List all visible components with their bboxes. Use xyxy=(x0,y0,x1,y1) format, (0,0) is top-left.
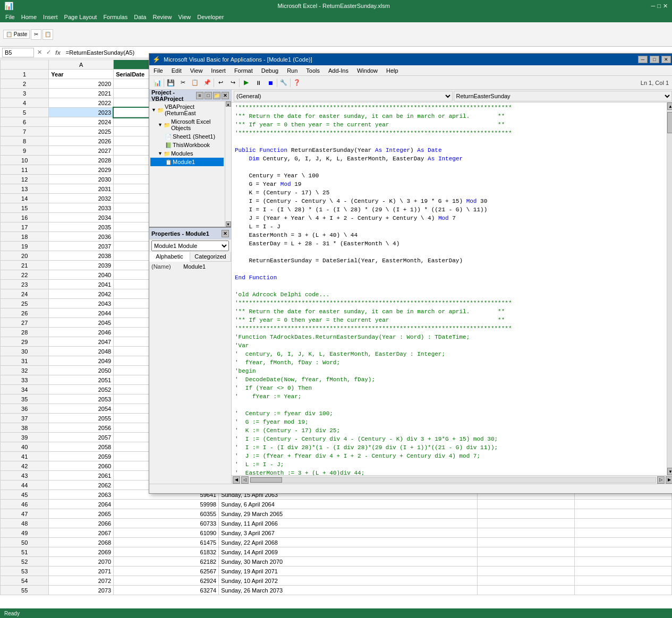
cell-year-47[interactable]: 2066 xyxy=(49,519,114,528)
cell-year-45[interactable]: 2064 xyxy=(49,500,114,509)
cell-year-14[interactable]: 2033 xyxy=(49,203,114,213)
vba-menu-run[interactable]: Run xyxy=(283,66,302,75)
vba-toolbar-cut[interactable]: ✂ xyxy=(177,78,189,88)
vba-menu-debug[interactable]: Debug xyxy=(257,66,283,75)
cell-serialdate-45[interactable]: 59998 xyxy=(114,500,219,509)
cell-year-37[interactable]: 2056 xyxy=(49,423,114,433)
cell-year-54[interactable]: 2073 xyxy=(49,586,114,595)
vba-project-vscroll[interactable]: ▲ ▼ xyxy=(225,101,231,227)
cell-year-50[interactable]: 2069 xyxy=(49,547,114,557)
vba-hscroll-right-btn[interactable]: ▶ xyxy=(666,476,672,484)
cell-date-52[interactable]: Sunday, 19 April 2071 xyxy=(219,566,478,576)
formula-cancel-btn[interactable]: ✕ xyxy=(36,49,43,56)
excel-maximize-btn[interactable]: □ xyxy=(657,3,661,9)
vba-menu-addins[interactable]: Add-Ins xyxy=(324,66,353,75)
cell-year-12[interactable]: 2031 xyxy=(49,184,114,194)
vba-props-tab-categorized[interactable]: Categorized xyxy=(190,252,231,261)
menu-page-layout[interactable]: Page Layout xyxy=(61,13,100,21)
vba-toolbar-copy[interactable]: 📋 xyxy=(189,78,201,88)
vba-toolbar-icon1[interactable]: 📊 xyxy=(151,78,163,88)
vba-hscroll-left2-btn[interactable]: ◁ xyxy=(241,476,249,484)
cell-year-7[interactable]: 2026 xyxy=(49,136,114,146)
vba-scroll-thumb[interactable] xyxy=(667,112,672,133)
cell-serialdate-48[interactable]: 61090 xyxy=(114,528,219,538)
vba-menu-insert[interactable]: Insert xyxy=(207,66,230,75)
menu-developer[interactable]: Developer xyxy=(194,13,227,21)
cell-year-13[interactable]: 2032 xyxy=(49,194,114,203)
vba-general-dropdown[interactable]: (General) xyxy=(234,91,453,101)
cell-date-50[interactable]: Sunday, 14 April 2069 xyxy=(219,547,478,557)
vba-toolbar-design[interactable]: 🔧 xyxy=(278,78,290,88)
cell-year-34[interactable]: 2053 xyxy=(49,394,114,404)
cell-year-48[interactable]: 2067 xyxy=(49,528,114,538)
excel-close-btn[interactable]: ✕ xyxy=(663,3,668,10)
cell-year-25[interactable]: 2044 xyxy=(49,308,114,318)
cell-year-5[interactable]: 2024 xyxy=(49,117,114,127)
vba-toolbar-redo[interactable]: ↪ xyxy=(227,78,239,88)
cell-year-9[interactable]: 2028 xyxy=(49,156,114,165)
cell-date-47[interactable]: Sunday, 11 April 2066 xyxy=(219,519,478,528)
paste-btn[interactable]: 📋 Paste xyxy=(3,30,30,39)
cell-year-17[interactable]: 2036 xyxy=(49,232,114,242)
cell-year-29[interactable]: 2048 xyxy=(49,347,114,356)
tree-item-sheet1[interactable]: 📄 Sheet1 (Sheet1) xyxy=(150,132,224,141)
tree-item-excel-objects[interactable]: ▼ 📁 Microsoft Excel Objects xyxy=(150,117,224,132)
cell-date-53[interactable]: Sunday, 10 April 2072 xyxy=(219,576,478,586)
cell-year-40[interactable]: 2059 xyxy=(49,452,114,461)
cell-serialdate-54[interactable]: 63274 xyxy=(114,586,219,595)
cell-year-26[interactable]: 2045 xyxy=(49,318,114,328)
vba-toolbar-undo[interactable]: ↩ xyxy=(215,78,226,88)
cell-year-28[interactable]: 2047 xyxy=(49,337,114,347)
cell-year-8[interactable]: 2027 xyxy=(49,146,114,156)
cell-serialdate-49[interactable]: 61475 xyxy=(114,538,219,547)
vba-menu-window[interactable]: Window xyxy=(353,66,382,75)
vba-menu-view[interactable]: View xyxy=(186,66,207,75)
cell-year-33[interactable]: 2052 xyxy=(49,385,114,394)
cell-year-44[interactable]: 2063 xyxy=(49,490,114,500)
menu-formulas[interactable]: Formulas xyxy=(100,13,131,21)
formula-confirm-btn[interactable]: ✓ xyxy=(45,49,52,56)
vba-project-scroll-down[interactable]: ▼ xyxy=(226,221,231,227)
menu-view[interactable]: View xyxy=(175,13,194,21)
vba-hscroll-thumb[interactable] xyxy=(250,477,282,483)
vba-toolbar-help[interactable]: ❓ xyxy=(291,78,303,88)
vba-restore-btn[interactable]: □ xyxy=(650,56,659,63)
vba-hscroll-left-btn[interactable]: ◀ xyxy=(233,476,240,484)
cut-btn[interactable]: ✂ xyxy=(31,29,41,40)
cell-year-23[interactable]: 2042 xyxy=(49,289,114,299)
cell-year-27[interactable]: 2046 xyxy=(49,328,114,337)
vba-scroll-down-btn[interactable]: ▼ xyxy=(667,468,672,475)
cell-year-10[interactable]: 2029 xyxy=(49,165,114,175)
menu-file[interactable]: File xyxy=(2,13,18,21)
cell-serialdate-47[interactable]: 60733 xyxy=(114,519,219,528)
cell-serialdate-51[interactable]: 62182 xyxy=(114,557,219,566)
vba-scroll-up-btn[interactable]: ▲ xyxy=(667,102,672,110)
cell-year-43[interactable]: 2062 xyxy=(49,480,114,490)
vba-props-tab-alphabetic[interactable]: Alphabetic xyxy=(149,252,190,262)
menu-review[interactable]: Review xyxy=(149,13,175,21)
vba-project-toggle-folders-btn[interactable]: 📁 xyxy=(213,92,220,99)
tree-item-module1[interactable]: 📋 Module1 xyxy=(150,158,224,166)
formula-insert-fn-btn[interactable]: fx xyxy=(54,49,62,56)
vba-minimize-btn[interactable]: ─ xyxy=(638,56,648,63)
cell-year-19[interactable]: 2038 xyxy=(49,251,114,261)
cell-year-20[interactable]: 2039 xyxy=(49,261,114,270)
menu-data[interactable]: Data xyxy=(131,13,149,21)
cell-year-6[interactable]: 2025 xyxy=(49,127,114,136)
cell-date-51[interactable]: Sunday, 30 March 2070 xyxy=(219,557,478,566)
vba-project-view-code-btn[interactable]: ≡ xyxy=(196,92,203,99)
cell-year-38[interactable]: 2057 xyxy=(49,433,114,442)
cell-year-2[interactable]: 2021 xyxy=(49,89,114,98)
vba-menu-tools[interactable]: Tools xyxy=(302,66,324,75)
cell-date-45[interactable]: Sunday, 6 April 2064 xyxy=(219,500,478,509)
cell-year-41[interactable]: 2060 xyxy=(49,461,114,471)
cell-year-30[interactable]: 2049 xyxy=(49,356,114,366)
cell-year-39[interactable]: 2058 xyxy=(49,442,114,452)
cell-year-1[interactable]: 2020 xyxy=(49,79,114,89)
cell-year-21[interactable]: 2040 xyxy=(49,270,114,280)
cell-year-52[interactable]: 2071 xyxy=(49,566,114,576)
cell-year-53[interactable]: 2072 xyxy=(49,576,114,586)
cell-date-46[interactable]: Sunday, 29 March 2065 xyxy=(219,509,478,519)
cell-year-51[interactable]: 2070 xyxy=(49,557,114,566)
tree-item-vbaproject[interactable]: ▼ 📁 VBAProject (ReturnEast xyxy=(150,102,224,117)
